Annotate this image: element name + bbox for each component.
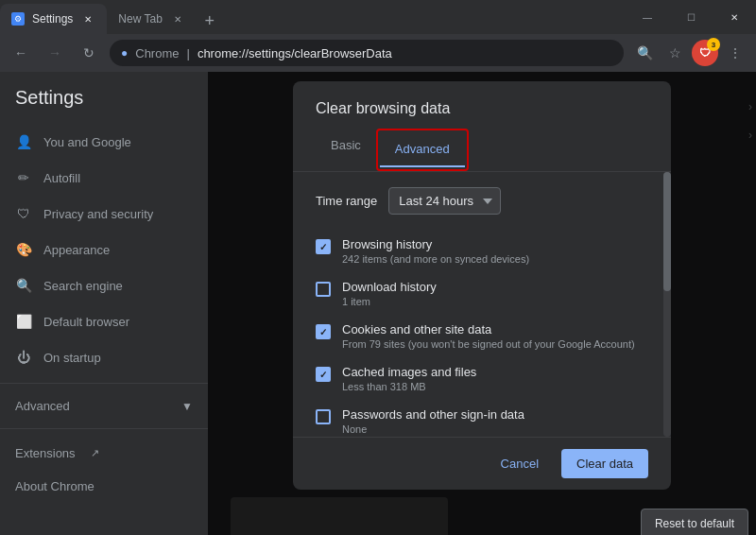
tab-basic[interactable]: Basic [316,129,376,171]
tab-settings-close[interactable]: ✕ [80,11,95,26]
default-browser-icon: ⬜ [15,313,32,330]
extension-count: 3 [707,38,720,51]
scrollbar-thumb [663,172,671,291]
time-range-label: Time range [316,194,377,208]
settings-tab-icon: ⚙ [11,12,25,26]
sidebar-item-default-browser[interactable]: ⬜ Default browser [0,303,208,339]
info-area: To clear browsing data from this device … [208,490,626,535]
dialog: Clear browsing data Basic Advanced Time … [293,72,671,490]
sidebar-item-label-about: About Chrome [15,479,94,493]
check-mark-2: ✓ [319,327,327,337]
url-sep: | [187,46,190,60]
checkbox-passwords-input[interactable] [316,409,331,424]
sidebar-section-advanced[interactable]: Advanced ▼ [0,391,208,421]
sidebar-item-privacy[interactable]: 🛡 Privacy and security [0,196,208,232]
window-controls: — ☐ ✕ [626,0,756,34]
checkbox-browsing-history-input[interactable]: ✓ [316,239,331,254]
sidebar-item-extensions[interactable]: Extensions ↗ [0,437,208,470]
sidebar-divider-2 [0,428,208,429]
time-range-select[interactable]: Last 24 hours Last hour Last 7 days Last… [388,187,501,215]
check-mark: ✓ [319,242,327,252]
checkbox-download-history-input[interactable] [316,282,331,297]
sidebar-item-label-on-startup: On startup [43,351,101,365]
sidebar: Settings 👤 You and Google ✏ Autofill 🛡 P… [0,72,208,535]
passwords-desc: None [342,423,648,435]
clear-data-button[interactable]: Clear data [561,449,648,478]
scrollbar-track[interactable] [663,172,671,437]
minimize-button[interactable]: — [626,0,669,34]
checkbox-cookies-input[interactable]: ✓ [316,324,331,339]
sidebar-title: Settings [0,87,208,124]
toolbar-icons: 🔍 ☆ 🛡 3 ⋮ [631,40,748,66]
sidebar-item-label-appearance: Appearance [43,243,110,257]
sidebar-item-label-default-browser: Default browser [43,315,129,329]
reload-button[interactable]: ↻ [76,40,102,66]
on-startup-icon: ⏻ [15,349,32,366]
sidebar-item-label-autofill: Autofill [43,171,80,185]
reset-to-default-button[interactable]: Reset to default [641,509,748,535]
cached-images-desc: Less than 318 MB [342,381,648,392]
bookmark-icon[interactable]: ☆ [662,40,688,66]
extension-icon[interactable]: 🛡 3 [692,40,718,66]
sidebar-item-search[interactable]: 🔍 Search engine [0,268,208,303]
address-bar: ← → ↻ ● Chrome | chrome://settings/clear… [0,34,756,72]
close-button[interactable]: ✕ [713,0,756,34]
check-mark-3: ✓ [319,370,327,380]
tab-newtab-label: New Tab [118,12,162,26]
tab-newtab-close[interactable]: ✕ [170,11,185,26]
maximize-button[interactable]: ☐ [669,0,713,34]
new-tab-button[interactable]: + [197,8,223,34]
main-layout: Settings 👤 You and Google ✏ Autofill 🛡 P… [0,72,756,535]
checkbox-cookies[interactable]: ✓ Cookies and other site data From 79 si… [316,315,648,357]
cancel-button[interactable]: Cancel [486,449,554,478]
dialog-body: Time range Last 24 hours Last hour Last … [293,172,671,437]
clear-browsing-dialog: Clear browsing data Basic Advanced Time … [293,81,671,490]
browsing-history-content: Browsing history 242 items (and more on … [342,237,648,265]
checkbox-passwords[interactable]: Passwords and other sign-in data None [316,400,648,437]
tab-settings[interactable]: ⚙ Settings ✕ [0,4,107,34]
title-bar: ⚙ Settings ✕ New Tab ✕ + — ☐ ✕ [0,0,756,34]
time-range-row: Time range Last 24 hours Last hour Last … [316,187,648,215]
search-icon[interactable]: 🔍 [631,40,658,66]
dark-thumbnail [231,497,448,535]
sidebar-item-label-you-google: You and Google [43,135,131,149]
checkbox-cached-images[interactable]: ✓ Cached images and files Less than 318 … [316,357,648,400]
appearance-icon: 🎨 [15,241,32,258]
tab-newtab[interactable]: New Tab ✕ [107,4,196,34]
content-area: › › Clear browsing data Basic Advanced [208,72,756,535]
download-history-desc: 1 item [342,296,648,307]
forward-button[interactable]: → [42,40,68,66]
extensions-external-icon: ↗ [91,447,99,459]
tab-advanced[interactable]: Advanced [380,132,465,167]
tab-settings-label: Settings [32,12,73,26]
url-chrome-text: Chrome [135,46,179,60]
passwords-label: Passwords and other sign-in data [342,407,648,422]
sidebar-item-appearance[interactable]: 🎨 Appearance [0,232,208,268]
dialog-title: Clear browsing data [293,81,671,129]
url-bar[interactable]: ● Chrome | chrome://settings/clearBrowse… [110,40,624,66]
url-security-icon: ● [121,46,128,60]
sidebar-item-about[interactable]: About Chrome [0,470,208,503]
back-button[interactable]: ← [8,40,34,66]
cached-images-content: Cached images and files Less than 318 MB [342,365,648,392]
sidebar-item-label-extensions: Extensions [15,446,76,460]
sidebar-item-you-and-google[interactable]: 👤 You and Google [0,124,208,160]
sidebar-item-on-startup[interactable]: ⏻ On startup [0,339,208,375]
dialog-footer: Cancel Clear data [293,437,671,490]
menu-icon[interactable]: ⋮ [722,40,748,66]
sidebar-divider [0,383,208,384]
sidebar-item-label-search: Search engine [43,279,123,293]
download-history-content: Download history 1 item [342,280,648,307]
cached-images-label: Cached images and files [342,365,648,379]
dialog-tabs: Basic Advanced [293,129,671,172]
checkbox-download-history[interactable]: Download history 1 item [316,272,648,315]
checkbox-browsing-history[interactable]: ✓ Browsing history 242 items (and more o… [316,230,648,272]
passwords-content: Passwords and other sign-in data None [342,407,648,435]
tabs-area: ⚙ Settings ✕ New Tab ✕ + [0,0,626,34]
url-path-text: chrome://settings/clearBrowserData [198,46,392,60]
bottom-area: To clear browsing data from this device … [208,490,756,535]
checkbox-cached-images-input[interactable]: ✓ [316,367,331,382]
reset-btn-area: Reset to default [626,490,756,535]
sidebar-item-autofill[interactable]: ✏ Autofill [0,160,208,196]
search-engine-icon: 🔍 [15,277,32,294]
